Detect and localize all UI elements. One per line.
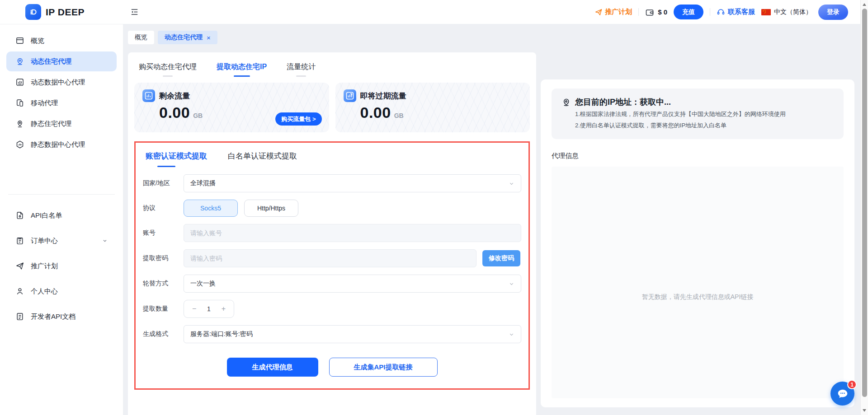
wallet-balance[interactable]: $ 0 — [645, 8, 667, 17]
buy-traffic-package-button[interactable]: 购买流量包 > — [275, 112, 321, 126]
form-row-protocol: 协议 Socks5 Http/Https — [143, 200, 521, 217]
rotation-select[interactable]: 一次一换 — [184, 275, 521, 293]
scrollbar-thumb[interactable] — [862, 9, 867, 397]
page-scrollbar[interactable] — [860, 0, 868, 415]
tab-chip-overview[interactable]: 概览 — [128, 31, 154, 44]
header-promo-link[interactable]: 推广计划 — [594, 8, 632, 16]
ip-notice-card: 您目前的IP地址：获取中... 1.根据国家法律法规，所有代理产品仅支持【中国大… — [552, 89, 844, 139]
clipboard-icon — [15, 236, 24, 245]
sidebar-item-static-residential[interactable]: 静态住宅代理 — [6, 114, 117, 134]
sidebar: 概览 动态住宅代理 动态数据中心代理 — [0, 24, 123, 415]
generate-api-link-button[interactable]: 生成集API提取链接 — [329, 358, 438, 377]
password-input[interactable] — [184, 249, 476, 267]
ip-pin-icon — [561, 98, 571, 107]
account-input[interactable] — [184, 224, 521, 242]
language-label: 中文（简体） — [774, 8, 812, 16]
region-select[interactable]: 全球混播 — [184, 174, 521, 192]
remaining-traffic-card: 剩余流量 0.00 GB 购买流量包 > — [134, 83, 329, 132]
file-gear-icon — [15, 211, 24, 220]
sidebar-item-order-center[interactable]: 订单中心 — [6, 231, 117, 251]
window-icon — [15, 36, 24, 45]
brand-logo-icon — [25, 4, 41, 20]
stepper-plus-button[interactable]: + — [219, 304, 228, 313]
tab-whitelist-auth-extract[interactable]: 白名单认证模式提取 — [228, 151, 297, 167]
rotation-value: 一次一换 — [190, 280, 216, 288]
balance-amount: $ 0 — [658, 8, 667, 16]
sidebar-item-overview[interactable]: 概览 — [6, 31, 117, 51]
rotation-label: 轮替方式 — [143, 280, 184, 288]
sidebar-collapse-icon[interactable] — [130, 8, 139, 16]
format-select[interactable]: 服务器:端口:账号:密码 — [184, 325, 521, 343]
subtab-extract-dynamic-ip[interactable]: 提取动态住宅IP — [217, 62, 267, 78]
empty-state-text: 暂无数据，请先生成代理信息或API链接 — [642, 293, 754, 301]
scrollbar-down-icon[interactable] — [863, 409, 866, 412]
protocol-option-http[interactable]: Http/Https — [244, 200, 298, 217]
person-icon — [15, 287, 24, 296]
close-icon[interactable]: × — [207, 34, 211, 41]
chat-widget-button[interactable]: 1 — [830, 382, 854, 406]
stat-title: 即将过期流量 — [360, 91, 406, 101]
product-subtabs: 购买动态住宅代理 提取动态住宅IP 流量统计 — [134, 55, 530, 78]
stat-value: 0.00 — [159, 104, 190, 121]
extraction-form-highlighted: 账密认证模式提取 白名单认证模式提取 国家/地区 全球混播 — [134, 141, 530, 390]
stepper-minus-button[interactable]: − — [189, 304, 199, 313]
notice-line-2: 2.使用白名单认证模式提取，需要将您的IP地址加入白名单 — [575, 121, 834, 130]
stat-cards: 剩余流量 0.00 GB 购买流量包 > — [134, 83, 530, 132]
quantity-stepper: − 1 + — [184, 300, 234, 318]
expiring-traffic-card: 即将过期流量 0.00 GB — [335, 83, 530, 132]
document-icon — [15, 312, 24, 321]
form-row-account: 账号 — [143, 224, 521, 242]
proxy-info-empty-state: 暂无数据，请先生成代理信息或API链接 — [552, 167, 844, 398]
scrollbar-up-icon[interactable] — [863, 3, 866, 6]
traffic-remaining-icon — [142, 89, 155, 102]
headset-icon — [717, 8, 725, 16]
sidebar-item-promotion[interactable]: 推广计划 — [6, 256, 117, 276]
extract-panel: 购买动态住宅代理 提取动态住宅IP 流量统计 — [128, 52, 536, 415]
generate-proxy-info-button[interactable]: 生成代理信息 — [227, 358, 318, 377]
current-ip-title: 您目前的IP地址：获取中... — [575, 97, 671, 107]
notice-line-1: 1.根据国家法律法规，所有代理产品仅支持【中国大陆地区之外】的网络环境使用 — [575, 110, 834, 119]
chat-bubble-icon — [836, 387, 849, 401]
contact-support-link[interactable]: 联系客服 — [717, 8, 755, 16]
chevron-down-icon[interactable] — [102, 238, 108, 243]
sidebar-item-api-whitelist[interactable]: API白名单 — [6, 205, 117, 225]
map-pin-icon — [15, 119, 24, 128]
tab-chip-dynamic-residential[interactable]: 动态住宅代理 × — [158, 31, 217, 44]
bar-chart-square-icon — [15, 78, 24, 87]
form-row-format: 生成格式 服务器:端口:账号:密码 — [143, 325, 521, 343]
tab-credential-auth-extract[interactable]: 账密认证模式提取 — [146, 151, 207, 167]
sidebar-item-developer-api-docs[interactable]: 开发者API文档 — [6, 307, 117, 326]
quantity-label: 提取数量 — [143, 305, 184, 313]
format-label: 生成格式 — [143, 330, 184, 338]
recharge-button[interactable]: 充值 — [674, 5, 703, 19]
header: IP DEEP 推广计划 — [0, 0, 868, 24]
sidebar-item-dynamic-residential[interactable]: 动态住宅代理 — [6, 51, 117, 71]
hexagon-chart-icon — [15, 140, 24, 149]
sidebar-item-mobile-proxy[interactable]: 移动代理 — [6, 93, 117, 113]
chat-unread-badge: 1 — [847, 380, 857, 389]
divider — [638, 8, 639, 16]
chevron-down-icon — [509, 331, 514, 337]
sidebar-item-static-datacenter[interactable]: 静态数据中心代理 — [6, 135, 117, 154]
protocol-option-socks5[interactable]: Socks5 — [184, 200, 238, 217]
change-password-button[interactable]: 修改密码 — [482, 250, 520, 266]
brand[interactable]: IP DEEP — [0, 4, 123, 20]
sidebar-item-dynamic-datacenter[interactable]: 动态数据中心代理 — [6, 72, 117, 92]
form-row-password: 提取密码 修改密码 — [143, 249, 521, 267]
quantity-value: 1 — [207, 305, 211, 312]
divider — [710, 8, 710, 16]
brand-name: IP DEEP — [46, 7, 85, 18]
app: IP DEEP 推广计划 — [0, 0, 868, 415]
proxy-info-title: 代理信息 — [552, 152, 844, 160]
sidebar-item-personal-center[interactable]: 个人中心 — [6, 281, 117, 301]
language-switcher[interactable]: 中文（简体） — [761, 8, 812, 16]
traffic-expiring-icon — [344, 89, 356, 102]
header-actions: 推广计划 $ 0 充值 — [594, 5, 868, 20]
stat-unit: GB — [193, 112, 203, 119]
subtab-buy-dynamic-residential[interactable]: 购买动态住宅代理 — [139, 62, 197, 78]
tab-chips: 概览 动态住宅代理 × — [128, 31, 854, 44]
subtab-traffic-stats[interactable]: 流量统计 — [287, 62, 316, 78]
login-button[interactable]: 登录 — [818, 5, 848, 20]
paper-plane-icon — [15, 261, 24, 270]
region-value: 全球混播 — [190, 179, 216, 187]
